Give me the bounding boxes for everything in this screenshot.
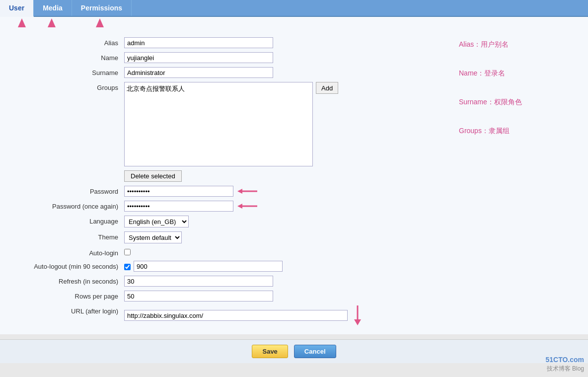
rows-row: Rows per page	[20, 291, 439, 302]
theme-label: Theme	[20, 231, 124, 241]
groups-row-wrapper: 北京奇点报警联系人 Delete selected Add	[124, 82, 439, 182]
autologin-row: Auto-login	[20, 247, 439, 257]
surname-annotation: Surname：权限角色	[459, 95, 578, 109]
autologout-inner	[124, 261, 439, 272]
theme-select[interactable]: System default Blue Dark	[124, 231, 182, 243]
svg-marker-6	[237, 204, 242, 209]
language-control: English (en_GB) Chinese (zh_CN)	[124, 216, 439, 227]
surname-input[interactable]	[124, 67, 273, 78]
url-input[interactable]	[124, 310, 348, 321]
refresh-control	[124, 276, 439, 287]
svg-marker-4	[237, 189, 242, 194]
annotation-section: Alias：用户别名 Name：登录名 Surname：权限角色 Groups：…	[449, 32, 588, 334]
password-once-row: Password (once again)	[20, 201, 439, 212]
url-label: URL (after login)	[20, 305, 124, 315]
surname-label: Surname	[20, 67, 124, 76]
password-once-control	[124, 201, 439, 212]
tab-arrows-row	[0, 17, 588, 27]
alias-annotation: Alias：用户别名	[459, 37, 578, 51]
surname-row: Surname	[20, 67, 439, 78]
name-annotation: Name：登录名	[459, 66, 578, 80]
bottom-bar: Save Cancel	[0, 339, 588, 363]
autologout-row: Auto-logout (min 90 seconds)	[20, 261, 439, 272]
autologin-checkbox[interactable]	[124, 249, 131, 255]
rows-control	[124, 291, 439, 302]
user-tab-arrow	[9, 18, 35, 27]
rows-input[interactable]	[124, 291, 273, 302]
theme-row: Theme System default Blue Dark	[20, 231, 439, 243]
watermark-blog: Blog	[572, 365, 584, 372]
autologout-control	[124, 261, 439, 272]
password-once-input[interactable]	[124, 201, 233, 212]
rows-label: Rows per page	[20, 291, 124, 300]
groups-annotation: Groups：隶属组	[459, 124, 578, 138]
autologout-input[interactable]	[134, 261, 283, 272]
password-row: Password	[20, 186, 439, 197]
autologin-control	[124, 247, 439, 257]
tab-user[interactable]: User	[0, 0, 34, 17]
alias-row: Alias	[20, 37, 439, 48]
alias-label: Alias	[20, 37, 124, 47]
surname-control	[124, 67, 439, 78]
svg-marker-0	[18, 18, 26, 27]
url-control	[124, 305, 439, 325]
language-row: Language English (en_GB) Chinese (zh_CN)	[20, 216, 439, 227]
refresh-label: Refresh (in seconds)	[20, 276, 124, 285]
watermark-subtitle: 技术博客	[547, 365, 571, 372]
autologin-label: Auto-login	[20, 247, 124, 257]
delete-selected-button[interactable]: Delete selected	[124, 170, 182, 182]
autologout-label: Auto-logout (min 90 seconds)	[20, 261, 124, 270]
groups-textarea[interactable]: 北京奇点报警联系人	[124, 82, 313, 166]
autologout-checkbox[interactable]	[124, 264, 131, 270]
password-once-label: Password (once again)	[20, 201, 124, 210]
groups-container: 北京奇点报警联系人 Delete selected	[124, 82, 313, 182]
name-label: Name	[20, 52, 124, 62]
alias-input[interactable]	[124, 37, 273, 48]
svg-marker-8	[354, 319, 361, 325]
url-down-arrow	[352, 305, 364, 325]
tab-media[interactable]: Media	[34, 0, 72, 16]
refresh-input[interactable]	[124, 276, 273, 287]
password-once-arrow	[237, 202, 262, 210]
name-input[interactable]	[124, 52, 273, 63]
cancel-button[interactable]: Cancel	[294, 345, 336, 358]
form-section: Alias Name Surname Grou	[0, 32, 449, 334]
save-button[interactable]: Save	[252, 345, 288, 358]
watermark: 51CTO.com 技术博客 Blog	[545, 355, 584, 373]
password-label: Password	[20, 186, 124, 195]
password-input[interactable]	[124, 186, 233, 197]
groups-label: Groups	[20, 82, 124, 91]
tabs-bar: User Media Permissions	[0, 0, 588, 17]
alias-control	[124, 37, 439, 48]
watermark-site: 51CTO.com	[545, 356, 584, 364]
language-label: Language	[20, 216, 124, 225]
groups-control: 北京奇点报警联系人 Delete selected Add	[124, 82, 439, 182]
svg-marker-1	[48, 18, 56, 27]
groups-row: Groups 北京奇点报警联系人 Delete selected Add	[20, 82, 439, 182]
name-row: Name	[20, 52, 439, 63]
add-group-button[interactable]: Add	[316, 82, 338, 94]
password-arrow	[237, 187, 262, 195]
language-select[interactable]: English (en_GB) Chinese (zh_CN)	[124, 216, 189, 227]
page-wrapper: User Media Permissions Alias	[0, 0, 588, 377]
tab-permissions[interactable]: Permissions	[72, 0, 132, 16]
svg-marker-2	[96, 18, 104, 27]
theme-control: System default Blue Dark	[124, 231, 439, 243]
password-control	[124, 186, 439, 197]
name-control	[124, 52, 439, 63]
refresh-row: Refresh (in seconds)	[20, 276, 439, 287]
permissions-tab-arrow	[69, 18, 131, 27]
content-area: Alias Name Surname Grou	[0, 27, 588, 334]
media-tab-arrow	[35, 18, 69, 27]
url-row: URL (after login)	[20, 305, 439, 325]
